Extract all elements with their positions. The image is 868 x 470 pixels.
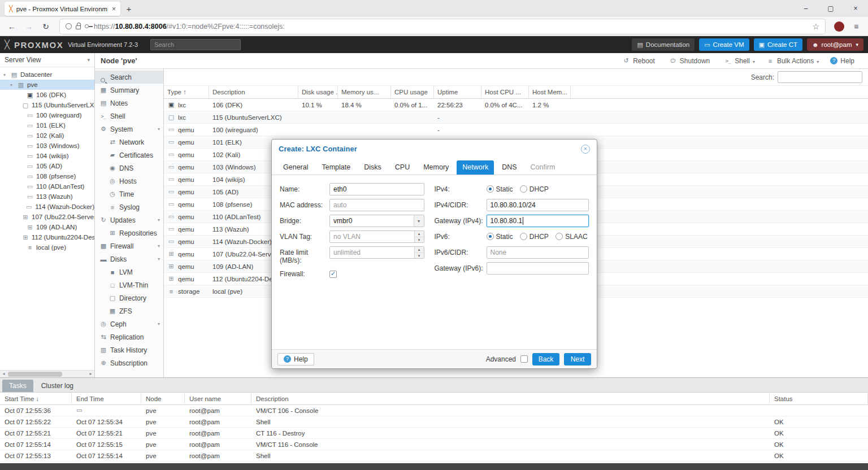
bottom-tab[interactable]: Cluster log (34, 380, 80, 392)
column-header[interactable]: Disk usage .. (298, 86, 338, 98)
expander-icon[interactable] (158, 256, 160, 262)
node-toolbar-button[interactable]: ? Help (825, 55, 862, 67)
ipv4-static-radio[interactable] (487, 185, 494, 193)
ipv6-static-radio[interactable] (487, 233, 494, 240)
back-button[interactable]: ← (5, 19, 19, 34)
column-header[interactable]: Memory us... (338, 86, 391, 98)
node-menu-item[interactable]: ▤ Notes (95, 97, 163, 110)
node-menu-item[interactable]: ◎ Ceph (95, 317, 163, 330)
node-menu-item[interactable]: ◉ DNS (95, 162, 163, 175)
forward-button[interactable]: → (21, 19, 36, 34)
node-toolbar-button[interactable]: ≡ Bulk Actions (761, 55, 824, 67)
ipv6-dhcp-radio[interactable] (520, 233, 527, 240)
next-button[interactable]: Next (564, 353, 591, 365)
user-menu-button[interactable]: ☻ root@pam ▾ (807, 38, 863, 51)
guest-row[interactable]: ▭qemu 100 (wireguard) - (164, 124, 868, 136)
expander-icon[interactable] (10, 82, 15, 88)
tree-item[interactable]: ▭ 100 (wireguard) (0, 110, 94, 120)
documentation-button[interactable]: ▤ Documentation (632, 38, 695, 51)
node-menu-item[interactable]: ⚙ System (95, 123, 163, 136)
node-menu-item[interactable]: ▬ Disks (95, 253, 163, 266)
menu-icon[interactable]: ≡ (849, 19, 863, 34)
dialog-tab[interactable]: DNS (496, 160, 522, 175)
node-menu-item[interactable]: ⊕ Subscription (95, 356, 163, 369)
create-ct-button[interactable]: ▣ Create CT (754, 38, 802, 51)
dialog-close-icon[interactable]: × (581, 145, 590, 154)
gateway-ipv6-input[interactable] (487, 262, 589, 275)
column-header[interactable]: Host Mem... (529, 86, 571, 98)
name-input[interactable] (329, 183, 424, 195)
scroll-left-icon[interactable]: ◂ (0, 371, 7, 377)
task-row[interactable]: Oct 07 12:55:14 Oct 07 12:55:15 pve root… (0, 439, 868, 450)
node-menu-item[interactable]: ▢ Directory (95, 291, 163, 304)
node-menu-item[interactable]: ◎ Hosts (95, 175, 163, 188)
node-menu-item[interactable]: >_ Shell (95, 110, 163, 123)
tree-item[interactable]: ⊞ 112 (Ubuntu2204-Des (0, 232, 94, 242)
node-menu-item[interactable]: ≡ Syslog (95, 201, 163, 214)
ipv4-dhcp-radio[interactable] (520, 185, 527, 193)
gateway-ipv4-input[interactable]: 10.80.80.1 (487, 215, 589, 227)
node-menu-item[interactable]: ⇆ Replication (95, 330, 163, 343)
scroll-right-icon[interactable]: ▸ (87, 371, 94, 377)
back-button-dialog[interactable]: Back (532, 353, 559, 365)
expander-icon[interactable] (158, 217, 160, 223)
bridge-select[interactable]: vmbr0 ▾ (329, 215, 424, 227)
extension-icon[interactable] (834, 21, 844, 32)
task-row[interactable]: Oct 07 12:55:21 Oct 07 12:55:21 pve root… (0, 428, 868, 439)
node-menu-item[interactable]: ▰ Certificates (95, 149, 163, 162)
mac-address-input[interactable] (329, 199, 424, 211)
horizontal-scrollbar[interactable]: ◂ ▸ (0, 370, 94, 377)
tree-item[interactable]: ▭ 114 (Wazuh-Docker) (0, 202, 94, 212)
lock-icon[interactable] (76, 25, 81, 29)
dialog-tab[interactable]: Disks (358, 160, 387, 175)
tab-close-icon[interactable]: × (112, 5, 116, 13)
help-button[interactable]: ? Help (277, 353, 314, 365)
tree-item[interactable]: ▭ 101 (ELK) (0, 120, 94, 130)
task-row[interactable]: Oct 07 12:55:36 ▭ pve root@pam VM/CT 106… (0, 405, 868, 416)
guest-row[interactable]: ▣lxc 106 (DFK) 10.1 % 18.4 % 0.0% of 1..… (164, 99, 868, 111)
task-column-header[interactable]: User name (185, 393, 251, 404)
tree-item[interactable]: ▤ Datacenter (0, 69, 94, 80)
window-close-button[interactable]: × (843, 0, 868, 17)
node-toolbar-button[interactable]: ↺ Reboot (617, 55, 663, 67)
task-row[interactable]: Oct 07 12:55:13 Oct 07 12:55:14 pve root… (0, 450, 868, 462)
node-menu-item[interactable]: ▥ Task History (95, 343, 163, 356)
tree-item[interactable]: ▥ pve (0, 80, 94, 90)
tree-item[interactable]: ▭ 102 (Kali) (0, 130, 94, 141)
node-menu-item[interactable]: ↻ Updates (95, 214, 163, 227)
task-column-header[interactable]: Status (770, 393, 868, 404)
tree-item[interactable]: ▭ 103 (Windows) (0, 141, 94, 151)
dropdown-trigger-icon[interactable]: ▾ (414, 215, 424, 227)
tree-item[interactable]: ≡ local (pve) (0, 242, 94, 253)
column-header[interactable]: Description (209, 86, 298, 98)
key-icon[interactable] (85, 24, 89, 28)
node-menu-item[interactable]: □ LVM-Thin (95, 278, 163, 291)
tree-item[interactable]: ⊞ 107 (Ubu22.04-Server (0, 212, 94, 222)
address-bar[interactable]: https://10.80.80.4:8006/#v1:0:=node%2Fpv… (60, 19, 825, 34)
task-row[interactable]: Oct 07 12:55:22 Oct 07 12:55:34 pve root… (0, 416, 868, 428)
bookmark-star-icon[interactable]: ☆ (812, 22, 819, 31)
task-column-header[interactable]: Node (141, 393, 185, 404)
ipv6-cidr-input[interactable] (487, 246, 589, 259)
dialog-tab[interactable]: CPU (389, 160, 415, 175)
column-header[interactable]: Type ↑ (164, 86, 209, 98)
dialog-tab[interactable]: Memory (418, 160, 454, 175)
node-toolbar-button[interactable]: >_ Shell (719, 55, 760, 67)
task-column-header[interactable]: Start Time ↓ (0, 393, 72, 404)
column-header[interactable]: Host CPU ... (481, 86, 529, 98)
dialog-tab[interactable]: General (277, 160, 314, 175)
expander-icon[interactable] (158, 127, 160, 132)
dialog-tab[interactable]: Confirm (525, 160, 561, 175)
column-header[interactable]: Uptime (434, 86, 481, 98)
tree-item[interactable]: ▢ 115 (UbuntuServerLXC) (0, 100, 94, 110)
firewall-checkbox[interactable] (329, 271, 337, 278)
spinner-triggers[interactable]: ▴▾ (414, 231, 424, 242)
task-column-header[interactable]: Description (251, 393, 770, 404)
ipv6-slaac-radio[interactable] (555, 233, 563, 240)
node-menu-item[interactable]: ▦ ZFS (95, 304, 163, 317)
dialog-tab[interactable]: Network (457, 160, 494, 175)
expander-icon[interactable] (3, 72, 8, 77)
reload-button[interactable]: ↻ (38, 19, 53, 34)
column-header[interactable]: CPU usage (391, 86, 434, 98)
node-menu-item[interactable]: ▩ Firewall (95, 240, 163, 253)
